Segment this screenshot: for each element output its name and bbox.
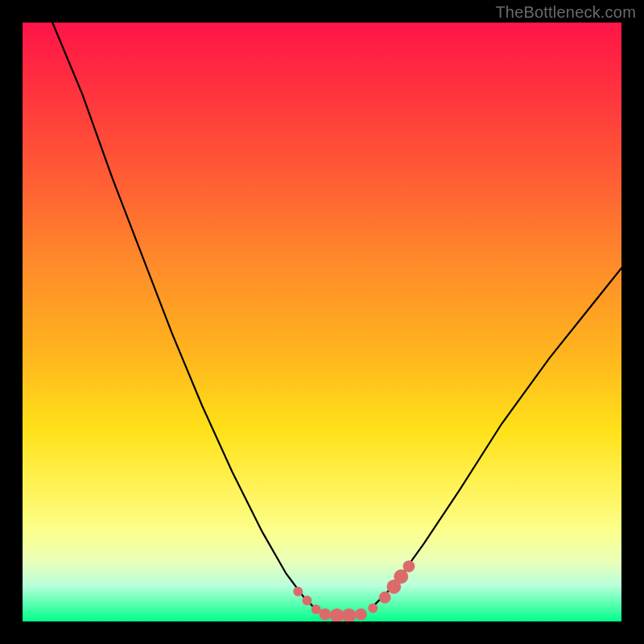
watermark-text: TheBottleneck.com bbox=[495, 3, 636, 22]
marker-dot bbox=[342, 609, 357, 621]
marker-dot bbox=[319, 609, 331, 621]
marker-dot bbox=[379, 592, 391, 604]
marker-dot bbox=[368, 604, 378, 613]
marker-dot bbox=[293, 587, 303, 597]
plot-area bbox=[23, 23, 621, 621]
curve-layer bbox=[23, 23, 621, 621]
marker-dot bbox=[403, 560, 415, 572]
marker-dot bbox=[302, 596, 312, 605]
chart-frame: TheBottleneck.com bbox=[0, 0, 644, 644]
bottom-marker-cluster bbox=[293, 560, 415, 621]
curve-left-branch bbox=[52, 23, 316, 609]
curve-right-branch bbox=[370, 268, 622, 609]
marker-dot bbox=[355, 609, 367, 621]
